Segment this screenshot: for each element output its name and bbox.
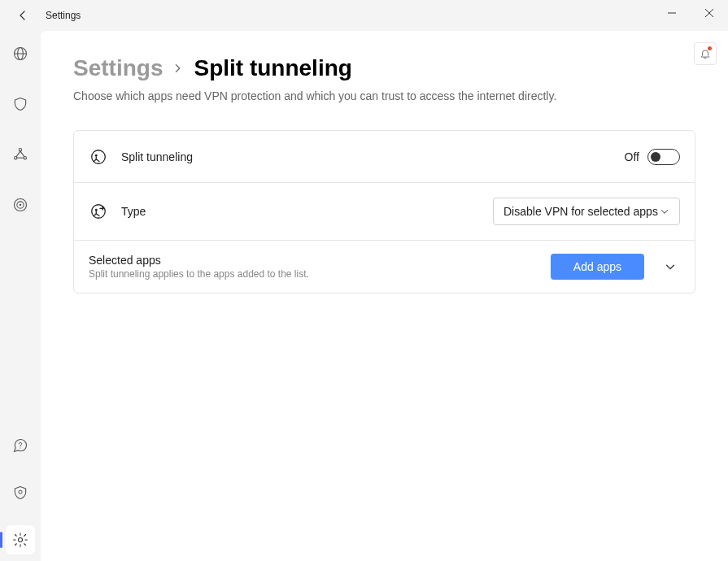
sidebar-item-settings[interactable]: [6, 525, 35, 554]
back-button[interactable]: [13, 6, 33, 25]
type-label: Type: [121, 205, 146, 218]
notification-dot: [708, 46, 712, 50]
selected-apps-subtitle: Split tunneling applies to the apps adde…: [89, 268, 309, 280]
svg-point-6: [19, 149, 21, 151]
chevron-right-icon: [172, 63, 184, 74]
main-panel: Settings Split tunneling Choose which ap…: [41, 31, 728, 561]
svg-point-16: [19, 490, 22, 494]
notifications-button[interactable]: [694, 42, 717, 65]
breadcrumb-root[interactable]: Settings: [73, 55, 163, 81]
page-title: Split tunneling: [194, 55, 351, 81]
svg-line-9: [16, 151, 20, 157]
type-icon: [89, 202, 108, 221]
svg-point-17: [19, 538, 23, 542]
type-select-value: Disable VPN for selected apps: [503, 205, 658, 218]
split-tunneling-toggle[interactable]: [647, 149, 680, 165]
split-tunneling-label: Split tunneling: [121, 150, 193, 163]
selected-apps-title: Selected apps: [89, 254, 309, 267]
network-icon: [12, 146, 28, 163]
settings-card: Split tunneling Off Type Disable VPN for…: [73, 130, 695, 294]
sidebar-item-help[interactable]: [6, 431, 35, 460]
add-apps-button[interactable]: Add apps: [551, 254, 644, 280]
minimize-button[interactable]: [653, 0, 691, 26]
gear-icon: [12, 532, 28, 548]
toggle-knob: [651, 152, 660, 162]
sidebar-item-security[interactable]: [6, 478, 35, 507]
svg-point-15: [20, 447, 21, 448]
type-select[interactable]: Disable VPN for selected apps: [493, 198, 680, 225]
sidebar-item-globe[interactable]: [6, 39, 35, 68]
page-subtitle: Choose which apps need VPN protection an…: [73, 89, 695, 102]
sidebar-item-network[interactable]: [6, 140, 35, 169]
sidebar-item-shield[interactable]: [6, 89, 35, 119]
chevron-down-icon: [665, 261, 676, 272]
svg-line-10: [20, 151, 24, 157]
arrow-left-icon: [16, 9, 29, 22]
target-icon: [12, 197, 28, 213]
split-tunneling-icon: [89, 147, 108, 167]
breadcrumb: Settings Split tunneling: [73, 55, 695, 81]
chat-help-icon: [12, 437, 28, 454]
chevron-down-icon: [660, 207, 669, 216]
split-tunneling-row: Split tunneling Off: [74, 131, 695, 183]
toggle-state-label: Off: [625, 150, 639, 163]
titlebar: Settings: [0, 0, 728, 31]
shield-icon: [12, 96, 28, 112]
globe-icon: [12, 46, 28, 62]
close-icon: [705, 9, 713, 17]
type-row: Type Disable VPN for selected apps: [74, 183, 695, 241]
minimize-icon: [668, 9, 676, 17]
window-controls: [653, 0, 728, 26]
svg-point-14: [20, 204, 22, 207]
selected-apps-row: Selected apps Split tunneling applies to…: [74, 241, 695, 293]
expand-apps-button[interactable]: [660, 257, 680, 276]
sidebar-item-target[interactable]: [6, 190, 35, 220]
shield-settings-icon: [12, 485, 28, 501]
close-button[interactable]: [691, 0, 728, 26]
sidebar: [0, 31, 41, 561]
window-title: Settings: [46, 10, 81, 21]
